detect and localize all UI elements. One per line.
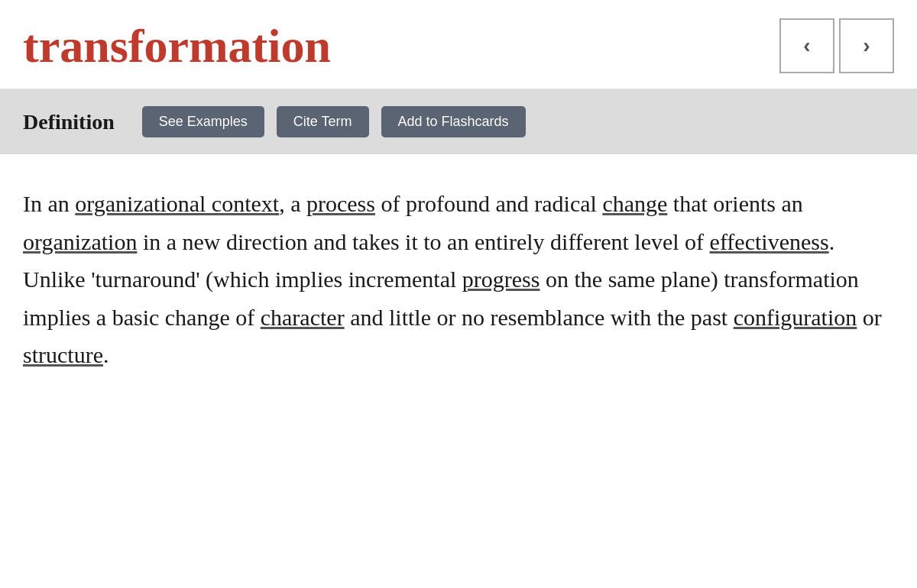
definition-text: In an organizational context, a process …: [23, 185, 894, 374]
definition-bar: Definition See Examples Cite Term Add to…: [0, 89, 917, 154]
next-term-button[interactable]: ›: [839, 18, 894, 73]
prev-term-button[interactable]: ‹: [779, 18, 834, 73]
cite-term-button[interactable]: Cite Term: [277, 106, 369, 137]
definition-content: In an organizational context, a process …: [0, 154, 917, 405]
link-process[interactable]: process: [306, 191, 375, 216]
link-change[interactable]: change: [602, 191, 667, 216]
link-progress[interactable]: progress: [462, 267, 540, 292]
page-container: transformation ‹ › Definition See Exampl…: [0, 0, 917, 405]
link-structure[interactable]: structure: [23, 342, 103, 367]
term-header: transformation ‹ ›: [0, 0, 917, 89]
definition-label: Definition: [23, 110, 115, 134]
link-organization[interactable]: organization: [23, 229, 137, 254]
link-character[interactable]: character: [261, 305, 345, 330]
link-configuration[interactable]: configuration: [734, 305, 857, 330]
term-title: transformation: [23, 20, 331, 72]
add-to-flashcards-button[interactable]: Add to Flashcards: [381, 106, 526, 137]
nav-arrows: ‹ ›: [779, 18, 894, 73]
see-examples-button[interactable]: See Examples: [142, 106, 264, 137]
link-effectiveness[interactable]: effectiveness: [710, 229, 829, 254]
link-organizational-context[interactable]: organizational context: [75, 191, 279, 216]
